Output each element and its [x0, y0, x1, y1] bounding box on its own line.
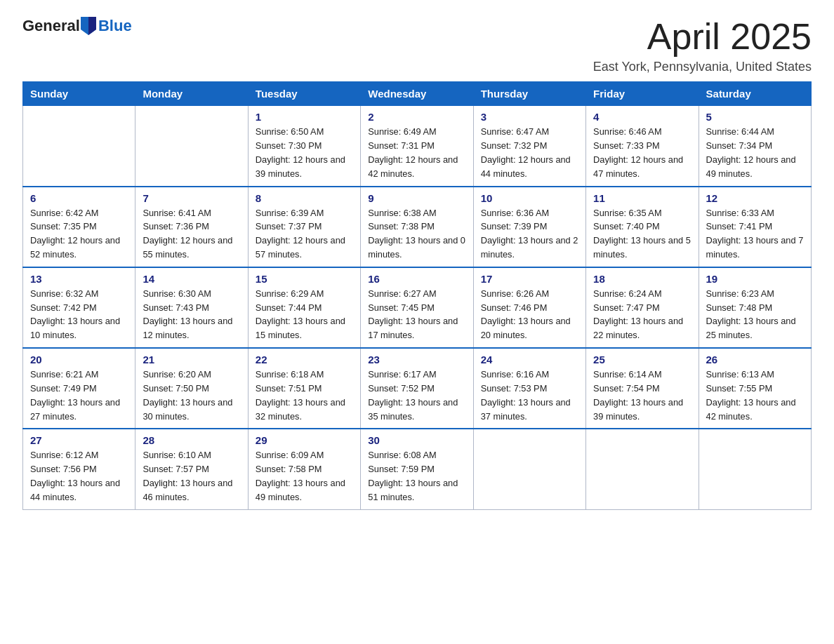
calendar-cell: 15Sunrise: 6:29 AM Sunset: 7:44 PM Dayli… — [248, 267, 360, 348]
calendar-cell: 25Sunrise: 6:14 AM Sunset: 7:54 PM Dayli… — [586, 348, 699, 429]
day-info: Sunrise: 6:33 AM Sunset: 7:41 PM Dayligh… — [706, 206, 804, 262]
calendar-cell: 11Sunrise: 6:35 AM Sunset: 7:40 PM Dayli… — [586, 187, 699, 267]
calendar-body: 1Sunrise: 6:50 AM Sunset: 7:30 PM Daylig… — [23, 106, 812, 510]
calendar-cell: 26Sunrise: 6:13 AM Sunset: 7:55 PM Dayli… — [699, 348, 811, 429]
calendar-cell: 7Sunrise: 6:41 AM Sunset: 7:36 PM Daylig… — [135, 187, 248, 267]
day-number: 15 — [256, 273, 353, 285]
header-thursday: Thursday — [473, 82, 585, 106]
day-info: Sunrise: 6:24 AM Sunset: 7:47 PM Dayligh… — [593, 287, 691, 342]
day-info: Sunrise: 6:42 AM Sunset: 7:35 PM Dayligh… — [30, 206, 128, 262]
day-number: 7 — [143, 192, 240, 204]
calendar-cell: 1Sunrise: 6:50 AM Sunset: 7:30 PM Daylig… — [248, 106, 360, 187]
day-number: 24 — [481, 354, 578, 365]
calendar-cell: 30Sunrise: 6:08 AM Sunset: 7:59 PM Dayli… — [361, 429, 473, 509]
day-number: 1 — [256, 111, 353, 123]
day-number: 16 — [368, 273, 465, 285]
calendar-week-5: 27Sunrise: 6:12 AM Sunset: 7:56 PM Dayli… — [23, 429, 812, 509]
calendar-cell: 21Sunrise: 6:20 AM Sunset: 7:50 PM Dayli… — [135, 348, 248, 429]
day-number: 22 — [256, 354, 353, 365]
day-info: Sunrise: 6:30 AM Sunset: 7:43 PM Dayligh… — [143, 287, 240, 342]
calendar-cell: 29Sunrise: 6:09 AM Sunset: 7:58 PM Dayli… — [248, 429, 360, 509]
day-info: Sunrise: 6:26 AM Sunset: 7:46 PM Dayligh… — [481, 287, 578, 342]
month-title: April 2025 — [593, 17, 812, 57]
header-row: SundayMondayTuesdayWednesdayThursdayFrid… — [23, 82, 812, 106]
day-info: Sunrise: 6:44 AM Sunset: 7:34 PM Dayligh… — [706, 125, 804, 180]
day-number: 10 — [481, 192, 578, 204]
calendar-table: SundayMondayTuesdayWednesdayThursdayFrid… — [22, 81, 812, 510]
day-number: 26 — [706, 354, 804, 365]
logo-icon — [81, 17, 96, 35]
calendar-cell: 2Sunrise: 6:49 AM Sunset: 7:31 PM Daylig… — [361, 106, 473, 187]
calendar-cell — [473, 429, 585, 509]
calendar-cell: 8Sunrise: 6:39 AM Sunset: 7:37 PM Daylig… — [248, 187, 360, 267]
calendar-cell: 20Sunrise: 6:21 AM Sunset: 7:49 PM Dayli… — [23, 348, 135, 429]
calendar-cell: 22Sunrise: 6:18 AM Sunset: 7:51 PM Dayli… — [248, 348, 360, 429]
calendar-week-4: 20Sunrise: 6:21 AM Sunset: 7:49 PM Dayli… — [23, 348, 812, 429]
calendar-cell: 9Sunrise: 6:38 AM Sunset: 7:38 PM Daylig… — [361, 187, 473, 267]
day-number: 13 — [30, 273, 128, 285]
day-info: Sunrise: 6:50 AM Sunset: 7:30 PM Dayligh… — [256, 125, 353, 180]
day-info: Sunrise: 6:18 AM Sunset: 7:51 PM Dayligh… — [256, 368, 353, 423]
day-info: Sunrise: 6:27 AM Sunset: 7:45 PM Dayligh… — [368, 287, 465, 342]
day-info: Sunrise: 6:41 AM Sunset: 7:36 PM Dayligh… — [143, 206, 240, 262]
calendar-header: SundayMondayTuesdayWednesdayThursdayFrid… — [23, 82, 812, 106]
calendar-cell: 23Sunrise: 6:17 AM Sunset: 7:52 PM Dayli… — [361, 348, 473, 429]
day-info: Sunrise: 6:20 AM Sunset: 7:50 PM Dayligh… — [143, 368, 240, 423]
day-info: Sunrise: 6:09 AM Sunset: 7:58 PM Dayligh… — [256, 448, 353, 504]
day-number: 5 — [706, 111, 804, 123]
day-info: Sunrise: 6:39 AM Sunset: 7:37 PM Dayligh… — [256, 206, 353, 262]
day-info: Sunrise: 6:21 AM Sunset: 7:49 PM Dayligh… — [30, 368, 128, 423]
day-info: Sunrise: 6:47 AM Sunset: 7:32 PM Dayligh… — [481, 125, 578, 180]
page-header: General Blue April 2025 East York, Penns… — [22, 17, 812, 74]
day-number: 29 — [256, 434, 353, 446]
day-number: 25 — [593, 354, 691, 365]
day-number: 18 — [593, 273, 691, 285]
calendar-week-1: 1Sunrise: 6:50 AM Sunset: 7:30 PM Daylig… — [23, 106, 812, 187]
logo-general-text: General — [22, 17, 80, 35]
day-info: Sunrise: 6:29 AM Sunset: 7:44 PM Dayligh… — [256, 287, 353, 342]
header-monday: Monday — [135, 82, 248, 106]
calendar-cell: 27Sunrise: 6:12 AM Sunset: 7:56 PM Dayli… — [23, 429, 135, 509]
day-number: 23 — [368, 354, 465, 365]
day-info: Sunrise: 6:17 AM Sunset: 7:52 PM Dayligh… — [368, 368, 465, 423]
title-block: April 2025 East York, Pennsylvania, Unit… — [593, 17, 812, 74]
day-number: 11 — [593, 192, 691, 204]
calendar-cell: 10Sunrise: 6:36 AM Sunset: 7:39 PM Dayli… — [473, 187, 585, 267]
calendar-cell: 4Sunrise: 6:46 AM Sunset: 7:33 PM Daylig… — [586, 106, 699, 187]
day-info: Sunrise: 6:35 AM Sunset: 7:40 PM Dayligh… — [593, 206, 691, 262]
calendar-cell — [586, 429, 699, 509]
day-info: Sunrise: 6:36 AM Sunset: 7:39 PM Dayligh… — [481, 206, 578, 262]
calendar-cell: 18Sunrise: 6:24 AM Sunset: 7:47 PM Dayli… — [586, 267, 699, 348]
calendar-cell: 24Sunrise: 6:16 AM Sunset: 7:53 PM Dayli… — [473, 348, 585, 429]
day-number: 30 — [368, 434, 465, 446]
calendar-cell — [135, 106, 248, 187]
day-info: Sunrise: 6:46 AM Sunset: 7:33 PM Dayligh… — [593, 125, 691, 180]
day-info: Sunrise: 6:10 AM Sunset: 7:57 PM Dayligh… — [143, 448, 240, 504]
day-number: 17 — [481, 273, 578, 285]
calendar-week-3: 13Sunrise: 6:32 AM Sunset: 7:42 PM Dayli… — [23, 267, 812, 348]
calendar-cell — [699, 429, 811, 509]
day-number: 6 — [30, 192, 128, 204]
header-friday: Friday — [586, 82, 699, 106]
day-number: 27 — [30, 434, 128, 446]
day-info: Sunrise: 6:08 AM Sunset: 7:59 PM Dayligh… — [368, 448, 465, 504]
day-number: 12 — [706, 192, 804, 204]
calendar-cell: 5Sunrise: 6:44 AM Sunset: 7:34 PM Daylig… — [699, 106, 811, 187]
day-info: Sunrise: 6:12 AM Sunset: 7:56 PM Dayligh… — [30, 448, 128, 504]
calendar-cell: 12Sunrise: 6:33 AM Sunset: 7:41 PM Dayli… — [699, 187, 811, 267]
calendar-cell — [23, 106, 135, 187]
day-number: 19 — [706, 273, 804, 285]
calendar-cell: 19Sunrise: 6:23 AM Sunset: 7:48 PM Dayli… — [699, 267, 811, 348]
calendar-week-2: 6Sunrise: 6:42 AM Sunset: 7:35 PM Daylig… — [23, 187, 812, 267]
logo: General Blue — [22, 17, 132, 35]
header-saturday: Saturday — [699, 82, 811, 106]
day-number: 28 — [143, 434, 240, 446]
svg-marker-1 — [88, 17, 96, 35]
header-wednesday: Wednesday — [361, 82, 473, 106]
day-number: 4 — [593, 111, 691, 123]
header-tuesday: Tuesday — [248, 82, 360, 106]
calendar-cell: 13Sunrise: 6:32 AM Sunset: 7:42 PM Dayli… — [23, 267, 135, 348]
day-number: 21 — [143, 354, 240, 365]
day-number: 9 — [368, 192, 465, 204]
calendar-cell: 28Sunrise: 6:10 AM Sunset: 7:57 PM Dayli… — [135, 429, 248, 509]
